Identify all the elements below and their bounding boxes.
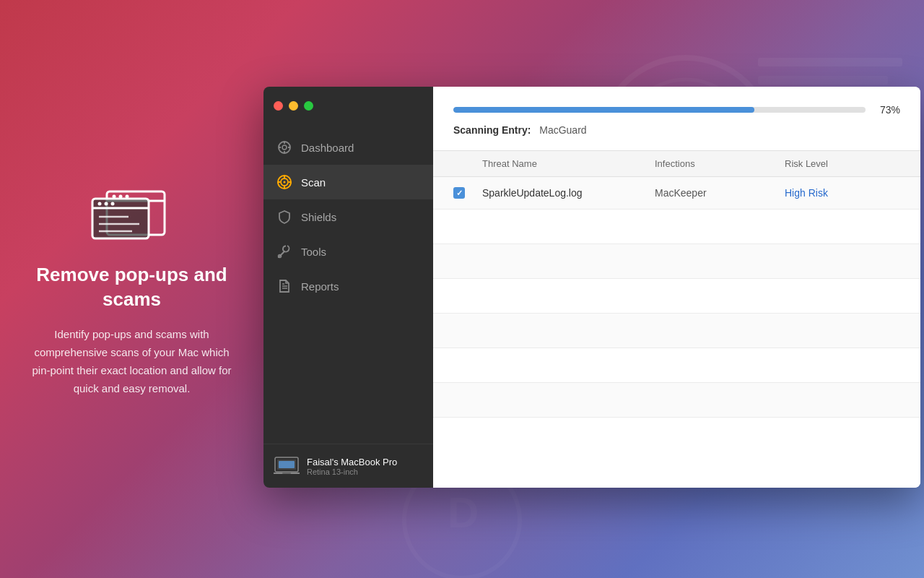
sidebar-item-dashboard[interactable]: Dashboard	[263, 130, 433, 165]
empty-row	[433, 244, 920, 279]
col-risk-level: Risk Level	[785, 158, 900, 169]
main-content: 73% Scanning Entry: MacGuard Threat Name…	[433, 87, 920, 488]
scan-label: Scan	[301, 176, 326, 189]
left-panel: Remove pop-ups and scams Identify pop-up…	[0, 0, 263, 578]
left-description: Identify pop-ups and scams with comprehe…	[29, 326, 235, 397]
window-icon	[89, 181, 175, 246]
reports-label: Reports	[301, 280, 339, 293]
scan-icon	[276, 174, 292, 190]
col-infections: Infections	[655, 158, 785, 169]
empty-row	[433, 279, 920, 314]
shields-label: Shields	[301, 211, 336, 223]
titlebar	[263, 87, 433, 124]
table-row: SparkleUpdateLog.log MacKeeper High Risk	[433, 177, 920, 210]
svg-point-21	[282, 145, 287, 150]
main-top: 73% Scanning Entry: MacGuard	[433, 87, 920, 151]
empty-rows	[433, 210, 920, 418]
col-checkbox	[453, 158, 482, 169]
left-title: Remove pop-ups and scams	[29, 263, 235, 312]
empty-row	[433, 314, 920, 348]
dashboard-icon	[276, 139, 292, 155]
svg-point-16	[110, 202, 114, 205]
macbook-icon	[274, 456, 300, 476]
mac-info: Faisal's MacBook Pro Retina 13-inch	[307, 457, 397, 476]
tools-label: Tools	[301, 246, 326, 258]
row-checkbox[interactable]	[453, 187, 465, 199]
sidebar-item-tools[interactable]: Tools	[263, 234, 433, 269]
shields-icon	[276, 209, 292, 225]
mac-name: Faisal's MacBook Pro	[307, 457, 397, 467]
threat-table: Threat Name Infections Risk Level Sparkl…	[433, 151, 920, 488]
scanning-entry: Scanning Entry: MacGuard	[453, 124, 900, 136]
sidebar: Dashboard Scan	[263, 87, 433, 488]
sidebar-item-scan[interactable]: Scan	[263, 165, 433, 199]
svg-point-28	[284, 181, 286, 184]
empty-row	[433, 383, 920, 418]
svg-rect-39	[282, 473, 291, 474]
empty-row	[433, 348, 920, 383]
svg-point-14	[97, 202, 101, 205]
svg-point-15	[104, 202, 108, 205]
progress-fill	[453, 107, 754, 113]
progress-track	[453, 107, 866, 113]
threat-name: SparkleUpdateLog.log	[482, 187, 655, 199]
scanning-label: Scanning Entry:	[453, 124, 531, 136]
progress-bar-container: 73%	[453, 104, 900, 116]
infection-name: MacKeeper	[655, 187, 785, 199]
progress-percent: 73%	[874, 104, 900, 116]
tools-icon	[276, 243, 292, 259]
scanning-value: MacGuard	[539, 124, 586, 136]
sidebar-nav: Dashboard Scan	[263, 124, 433, 444]
sidebar-item-reports[interactable]: Reports	[263, 269, 433, 303]
mac-sub: Retina 13-inch	[307, 467, 397, 476]
empty-row	[433, 210, 920, 244]
dashboard-label: Dashboard	[301, 142, 354, 154]
risk-level: High Risk	[785, 187, 900, 199]
maximize-button[interactable]	[304, 101, 313, 111]
svg-rect-41	[279, 461, 295, 468]
sidebar-item-shields[interactable]: Shields	[263, 199, 433, 234]
table-header: Threat Name Infections Risk Level	[433, 151, 920, 177]
close-button[interactable]	[274, 101, 283, 111]
app-window: Dashboard Scan	[263, 87, 920, 488]
minimize-button[interactable]	[289, 101, 298, 111]
col-threat-name: Threat Name	[482, 158, 655, 169]
sidebar-footer: Faisal's MacBook Pro Retina 13-inch	[263, 444, 433, 488]
reports-icon	[276, 278, 292, 294]
